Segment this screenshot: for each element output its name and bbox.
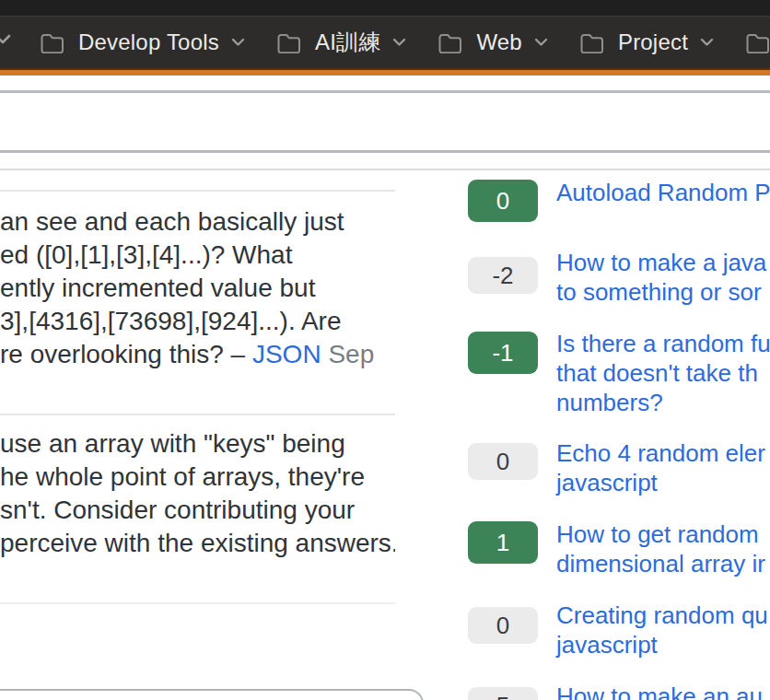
- related-question-link[interactable]: Echo 4 random elerjavascript: [556, 438, 765, 497]
- vote-count-badge: 0: [468, 180, 538, 222]
- bookmark-folder-label: Project: [618, 29, 688, 55]
- bookmark-folder-label: Web: [476, 29, 522, 55]
- folder-icon: [438, 32, 462, 53]
- comments-section: an see and each basically justed ([0],[1…: [0, 0, 395, 700]
- answer-editor-box[interactable]: [0, 689, 424, 700]
- comment-text-line: ed ([0],[1],[3],[4]...)? What: [0, 239, 395, 272]
- related-question-title-line: Creating random qu: [556, 601, 768, 630]
- chevron-down-icon: [534, 38, 548, 47]
- comment-text: an see and each basically just: [0, 207, 344, 236]
- related-question-title-line: javascript: [556, 630, 768, 659]
- comment-text: ed ([0],[1],[3],[4]...)? What: [0, 240, 292, 269]
- comment: an see and each basically justed ([0],[1…: [0, 205, 395, 371]
- vote-count-badge: 5: [468, 687, 538, 700]
- comment-author-link[interactable]: JSON: [252, 340, 321, 368]
- related-question-link[interactable]: Autoload Random P: [556, 178, 770, 207]
- comment-text-line: ently incremented value but: [0, 272, 395, 305]
- browser-window: Develop Tools AI訓練 Web Projec: [0, 0, 770, 700]
- related-question-title-line: Autoload Random P: [556, 178, 770, 207]
- comment-divider: [0, 602, 395, 604]
- vote-count-badge: -1: [468, 332, 538, 374]
- related-question-title-line: How to get random: [556, 519, 765, 549]
- bookmark-folder[interactable]: Web: [438, 29, 548, 55]
- related-question-title-line: dimensional array ir: [556, 549, 765, 578]
- comment-text: 3],[4316],[73698],[924]...). Are: [0, 307, 341, 335]
- bookmark-folder[interactable]: [745, 32, 770, 53]
- vote-count-badge: 0: [468, 607, 538, 644]
- comment-text-line: an see and each basically just: [0, 205, 395, 239]
- related-question-title-line: Echo 4 random eler: [556, 438, 765, 468]
- comment-text: ently incremented value but: [0, 274, 315, 302]
- related-question-link[interactable]: How to get randomdimensional array ir: [556, 519, 765, 578]
- related-question-title-line: numbers?: [556, 388, 770, 417]
- vote-count-badge: 1: [468, 521, 538, 564]
- comment-text-line: perceive with the existing answers.: [0, 527, 395, 560]
- comment-text-line: re overlooking this? – JSON Sep: [0, 338, 395, 371]
- related-question-link[interactable]: How to make an au: [556, 682, 763, 700]
- related-question-title-line: How to make a java: [556, 248, 766, 277]
- related-question-link[interactable]: Creating random qujavascript: [556, 601, 768, 659]
- related-question-title-line: How to make an au: [556, 682, 763, 700]
- comment-divider: [0, 414, 395, 415]
- vote-count-badge: 0: [468, 443, 538, 480]
- chevron-down-icon: [700, 38, 714, 47]
- comment-text: he whole point of arrays, they're: [0, 462, 365, 491]
- comment-text: perceive with the existing answers.: [0, 529, 395, 557]
- comment-divider: [0, 190, 395, 192]
- related-question-title-line: that doesn't take th: [556, 358, 770, 388]
- comment: use an array with "keys" beinghe whole p…: [0, 427, 395, 560]
- comment-text: sn't. Consider contributing your: [0, 496, 355, 524]
- bookmark-folder[interactable]: Project: [579, 29, 714, 55]
- vote-count-badge: -2: [468, 257, 538, 294]
- comment-text: re overlooking this? –: [0, 340, 252, 368]
- related-question-link[interactable]: How to make a javato something or sor: [556, 248, 766, 307]
- related-question-title-line: javascript: [556, 468, 765, 497]
- comment-text-line: he whole point of arrays, they're: [0, 461, 395, 494]
- folder-icon: [745, 32, 770, 53]
- comment-text-line: sn't. Consider contributing your: [0, 494, 395, 527]
- related-question-link[interactable]: Is there a random futhat doesn't take th…: [556, 329, 770, 417]
- comment-text-line: use an array with "keys" being: [0, 427, 395, 461]
- folder-icon: [579, 32, 604, 53]
- comment-date: Sep: [328, 340, 374, 368]
- related-question-title-line: Is there a random fu: [556, 329, 770, 358]
- related-question-title-line: to something or sor: [556, 277, 766, 307]
- comment-text-line: 3],[4316],[73698],[924]...). Are: [0, 305, 395, 338]
- comment-text: use an array with "keys" being: [0, 429, 345, 458]
